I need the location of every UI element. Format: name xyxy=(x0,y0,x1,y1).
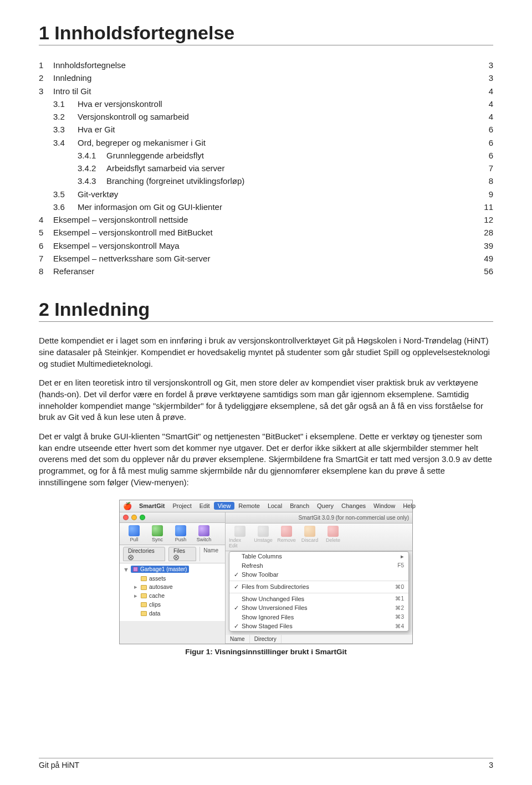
toc-page: 49 xyxy=(482,252,493,265)
toolbar-switch-button[interactable]: Switch xyxy=(193,525,215,542)
menu-item-show-ignored-files[interactable]: Show Ignored Files⌘3 xyxy=(229,613,408,622)
zoom-icon[interactable] xyxy=(140,515,145,520)
menu-item-files-from-subdirectories[interactable]: ✓Files from Subdirectories⌘0 xyxy=(229,582,408,592)
toc-entry[interactable]: 3.1Hva er versjonskontroll4 xyxy=(39,98,493,110)
menu-item-shortcut: ⌘1 xyxy=(395,596,404,602)
toolbar-label: Remove xyxy=(277,537,296,543)
pull-icon xyxy=(129,525,140,536)
project-node[interactable]: Garbage1 (master) xyxy=(131,566,189,573)
toolbar-label: Delete xyxy=(326,537,340,543)
toc-entry[interactable]: 3.2Versjonskontroll og samarbeid4 xyxy=(39,110,493,123)
toc-leader-dots xyxy=(120,189,486,197)
toc-label: Referanser xyxy=(53,265,96,278)
toolbar-discard-button[interactable]: Discard xyxy=(299,526,321,548)
tree-item-data[interactable]: data xyxy=(123,609,222,618)
tree-item-assets[interactable]: assets xyxy=(123,574,222,583)
toc-number: 2 xyxy=(39,71,53,84)
toc-entry[interactable]: 3Intro til Git4 xyxy=(39,85,493,98)
delete-icon xyxy=(328,526,339,537)
tree-item-autosave[interactable]: ▸autosave xyxy=(123,583,222,592)
menu-item-refresh[interactable]: RefreshF5 xyxy=(229,561,408,570)
column-header[interactable]: Name xyxy=(226,635,250,643)
toc-entry[interactable]: 3.4.2Arbeidsflyt samarbeid via server7 xyxy=(39,162,493,175)
toc-label: Hva er versjonskontroll xyxy=(78,98,165,110)
menu-item-show-toolbar[interactable]: ✓Show Toolbar xyxy=(229,570,408,579)
toolbar-pull-button[interactable]: Pull xyxy=(123,525,145,542)
disclosure-triangle-icon: ▸ xyxy=(134,583,139,592)
checkmark-icon: ✓ xyxy=(234,604,242,612)
close-icon[interactable] xyxy=(123,515,129,520)
menu-item-show-unchanged-files[interactable]: Show Unchanged Files⌘1 xyxy=(229,594,408,603)
heading-rule xyxy=(39,321,493,322)
panel-tab[interactable]: Directories ⨂ xyxy=(123,547,165,561)
toc-number: 3.4 xyxy=(53,136,78,149)
toolbar-push-button[interactable]: Push xyxy=(170,525,192,542)
toolbar-index-edit-button[interactable]: Index Edit xyxy=(229,526,251,548)
paragraph: Dette kompendiet er i laget som en innfø… xyxy=(39,335,493,370)
toc-leader-dots xyxy=(206,150,487,158)
tree-item-clips[interactable]: clips xyxy=(123,601,222,609)
tree-item-label: autosave xyxy=(149,583,173,592)
tree-item-label: cache xyxy=(149,592,165,601)
toc-entry[interactable]: 3.3Hva er Git6 xyxy=(39,123,493,136)
menu-edit[interactable]: Edit xyxy=(196,502,214,509)
menu-remote[interactable]: Remote xyxy=(234,502,264,509)
toc-label: Arbeidsflyt samarbeid via server xyxy=(106,162,227,175)
toolbar-remove-button[interactable]: Remove xyxy=(275,526,298,548)
toc-entry[interactable]: 3.5Git-verktøy9 xyxy=(39,188,493,201)
footer-page-number: 3 xyxy=(489,761,493,769)
minimize-icon[interactable] xyxy=(131,515,137,520)
toc-entry[interactable]: 3.6Mer informasjon om Git og GUI-kliente… xyxy=(39,201,493,213)
panel-tab[interactable]: Files ⨂ xyxy=(168,547,196,561)
toolbar-label: Sync xyxy=(152,537,163,542)
menu-project[interactable]: Project xyxy=(168,502,195,509)
menu-window[interactable]: Window xyxy=(370,502,399,509)
paragraph: Det er valgt å bruke GUI-klienten "Smart… xyxy=(39,431,493,488)
toc-page: 12 xyxy=(482,213,493,226)
checkmark-icon: ✓ xyxy=(234,583,242,591)
toc-entry[interactable]: 5Eksempel – versjonskontroll med BitBuck… xyxy=(39,226,493,239)
left-tabs: Directories ⨂Files ⨂Name xyxy=(120,545,225,563)
switch-icon xyxy=(198,525,209,536)
toc-entry[interactable]: 3.4.1Grunnleggende arbeidsflyt6 xyxy=(39,149,493,162)
folder-icon xyxy=(141,585,147,590)
table-of-contents: 1Innholdsfortegnelse32Innledning33Intro … xyxy=(39,59,493,278)
toc-label: Eksempel – versjonskontroll nettside xyxy=(53,213,190,226)
toc-page: 7 xyxy=(487,162,493,175)
heading-intro: 2 Innledning xyxy=(39,299,493,320)
toc-number: 7 xyxy=(39,252,53,265)
toc-page: 4 xyxy=(487,110,493,123)
menu-changes[interactable]: Changes xyxy=(337,502,370,509)
toc-entry[interactable]: 8Referanser56 xyxy=(39,265,493,278)
menu-query[interactable]: Query xyxy=(313,502,337,509)
toc-entry[interactable]: 3.4Ord, begreper og mekanismer i Git6 xyxy=(39,136,493,149)
toc-entry[interactable]: 1Innholdsfortegnelse3 xyxy=(39,59,493,71)
toc-entry[interactable]: 6Eksempel – versjonskontroll Maya39 xyxy=(39,239,493,252)
menu-branch[interactable]: Branch xyxy=(286,502,313,509)
menu-item-table-columns[interactable]: Table Columns xyxy=(229,552,408,561)
column-header[interactable]: Directory xyxy=(250,635,282,643)
toc-entry[interactable]: 7Eksempel – nettverksshare som Git-serve… xyxy=(39,252,493,265)
menu-item-label: Show Unversioned Files xyxy=(242,604,308,611)
menu-local[interactable]: Local xyxy=(264,502,286,509)
toc-entry[interactable]: 4Eksempel – versjonskontroll nettside12 xyxy=(39,213,493,226)
toolbar-label: Push xyxy=(175,537,187,542)
toolbar-sync-button[interactable]: Sync xyxy=(146,525,168,542)
toolbar-label: Switch xyxy=(197,537,212,542)
tree-item-cache[interactable]: ▸cache xyxy=(123,592,222,601)
toc-entry[interactable]: 2Innledning3 xyxy=(39,71,493,84)
menu-item-label: Table Columns xyxy=(242,553,282,560)
push-icon xyxy=(175,525,186,536)
column-header-name: Name xyxy=(200,547,222,561)
menu-view[interactable]: View xyxy=(214,502,235,510)
toc-number: 8 xyxy=(39,265,53,278)
toc-leader-dots xyxy=(165,99,487,107)
menu-item-show-staged-files[interactable]: ✓Show Staged Files⌘4 xyxy=(229,622,408,631)
toc-leader-dots xyxy=(224,202,482,210)
toc-entry[interactable]: 3.4.3Branching (forgreinet utviklingsfor… xyxy=(39,175,493,187)
tree-item-label: clips xyxy=(149,601,161,609)
toolbar-delete-button[interactable]: Delete xyxy=(322,526,344,548)
menu-help[interactable]: Help xyxy=(399,502,420,509)
menu-item-show-unversioned-files[interactable]: ✓Show Unversioned Files⌘2 xyxy=(229,603,408,613)
toolbar-unstage-button[interactable]: Unstage xyxy=(252,526,274,548)
